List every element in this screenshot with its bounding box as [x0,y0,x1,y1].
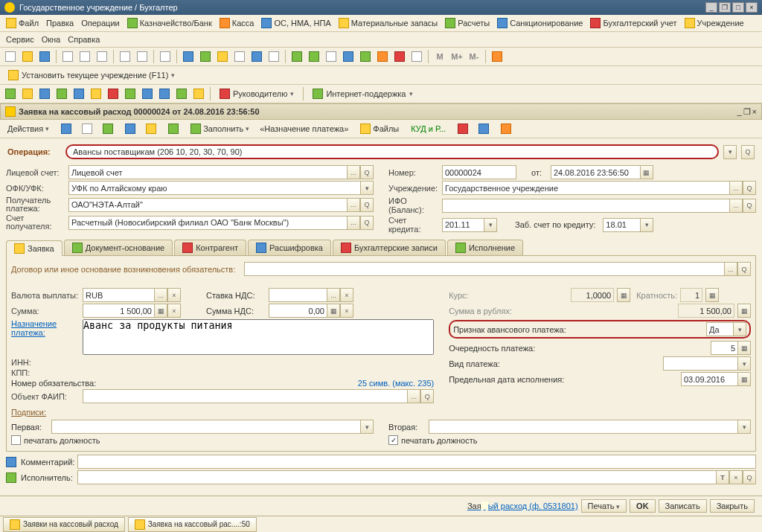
executor-t-button[interactable]: T [716,470,729,484]
offbalance-field[interactable] [603,218,640,232]
tb-paste[interactable] [95,49,109,64]
te8[interactable] [123,86,138,101]
menu-service[interactable]: Сервис [3,33,37,45]
doc-min-button[interactable]: _ [737,107,741,117]
recipient-acc-field[interactable] [68,216,347,230]
doc-close-button[interactable]: × [752,107,757,117]
set-institution-button[interactable]: Установить текущее учреждение (F11) [3,68,180,83]
tb-cut[interactable] [60,49,75,64]
status-tab-doc[interactable]: Заявка на кассовый рас....:50 [128,517,257,532]
te7[interactable] [106,86,121,101]
vat-rate-clear-button[interactable]: × [340,288,353,302]
rate-calc-button[interactable]: ▦ [617,288,630,302]
tab-basis[interactable]: Документ-основание [64,240,173,255]
menu-institution[interactable]: Учреждение [682,16,747,30]
date-field[interactable] [551,165,640,179]
ofk-field[interactable] [68,181,360,195]
print-button[interactable]: Печать [581,499,627,513]
menu-file[interactable]: Файл [3,16,42,30]
tb-i7[interactable] [289,49,304,64]
te6[interactable] [89,86,103,101]
te12[interactable] [191,86,206,101]
ifo-select-button[interactable]: ... [729,199,743,213]
doc-b4[interactable] [121,121,140,136]
currency-field[interactable] [83,288,154,302]
second-sig-dropdown-button[interactable]: ▾ [737,420,751,434]
te4[interactable] [54,86,69,101]
tab-request[interactable]: Заявка [6,240,63,256]
doc-kudir-button[interactable]: КУД и Р... [406,122,450,135]
tb-i14[interactable] [409,49,424,64]
doc-b7[interactable] [453,121,473,136]
tb-i10[interactable] [341,49,356,64]
status-tab-list[interactable]: Заявки на кассовый расход [3,517,125,532]
ifo-search-button[interactable]: Q [743,199,756,213]
doc-b3[interactable] [98,121,118,136]
priority-field[interactable] [711,341,737,355]
tb-redo[interactable] [135,49,150,64]
first-sig-dropdown-button[interactable]: ▾ [360,420,374,434]
recipient-acc-select-button[interactable]: ... [347,216,360,230]
currency-clear-button[interactable]: × [167,288,181,302]
vat-rate-field[interactable] [269,288,327,302]
contract-select-button[interactable]: ... [724,262,737,276]
doc-b6[interactable] [164,121,183,136]
faip-search-button[interactable]: Q [420,389,434,403]
comment-field[interactable] [77,455,756,469]
doc-payment-purpose-button[interactable]: «Назначение платежа» [255,122,353,135]
footer-form-link[interactable]: Зая ый расход (ф. 0531801) [467,501,578,510]
tab-counterparty[interactable]: Контрагент [174,240,246,255]
menu-materials[interactable]: Материальные запасы [336,16,441,30]
tb-i8[interactable] [307,49,321,64]
recipient-search-button[interactable]: Q [360,198,374,212]
tb-help[interactable] [490,49,505,64]
menu-assets[interactable]: ОС, НМА, НПА [258,16,333,30]
credit-dropdown-button[interactable]: ▾ [484,218,497,232]
sum-rub-calc-button[interactable]: ▦ [737,304,751,318]
faip-field[interactable] [83,389,407,403]
sum-clear-button[interactable]: × [167,304,181,318]
multiplicity-calc-button[interactable]: ▦ [705,288,719,302]
save-button[interactable]: Записать [659,499,707,513]
account-select-button[interactable]: ... [347,165,360,179]
te5[interactable] [71,86,86,101]
menu-windows[interactable]: Окна [39,33,64,45]
recipient-acc-search-button[interactable]: Q [360,216,374,230]
menu-help[interactable]: Справка [65,33,103,45]
institution-search-button[interactable]: Q [743,181,756,195]
tb-i2[interactable] [198,49,213,64]
second-sig-field[interactable] [429,420,737,434]
institution-field[interactable] [442,181,729,195]
menu-accounting[interactable]: Бухгалтерский учет [587,16,679,30]
close-button[interactable]: × [746,2,758,13]
doc-help-button[interactable] [496,121,516,136]
tb-undo[interactable] [118,49,132,64]
vat-sum-field[interactable] [269,304,327,318]
account-field[interactable] [68,165,347,179]
institution-select-button[interactable]: ... [729,181,743,195]
contract-field[interactable] [244,262,724,276]
payment-type-dropdown-button[interactable]: ▾ [737,356,751,371]
credit-field[interactable] [442,218,484,232]
sum-field[interactable] [83,304,154,318]
faip-select-button[interactable]: ... [407,389,420,403]
payment-type-field[interactable] [663,356,737,371]
menu-edit[interactable]: Правка [43,16,77,30]
ofk-dropdown-button[interactable]: ▾ [360,181,374,195]
menu-cash[interactable]: Касса [217,16,257,30]
first-sig-field[interactable] [51,420,360,434]
recipient-select-button[interactable]: ... [347,198,360,212]
tb-i11[interactable] [358,49,373,64]
doc-b2[interactable] [77,121,97,136]
close-form-button[interactable]: Закрыть [710,499,755,513]
doc-b5[interactable] [141,121,161,136]
maximize-button[interactable]: □ [732,2,744,13]
tb-i9[interactable] [324,49,339,64]
tb-copy[interactable] [77,49,92,64]
tb-i13[interactable] [392,49,407,64]
te2[interactable] [20,86,35,101]
doc-b1[interactable] [57,121,76,136]
sum-calc-button[interactable]: ▦ [154,304,167,318]
tab-accounting[interactable]: Бухгалтерские записи [333,240,446,255]
te9[interactable] [140,86,155,101]
